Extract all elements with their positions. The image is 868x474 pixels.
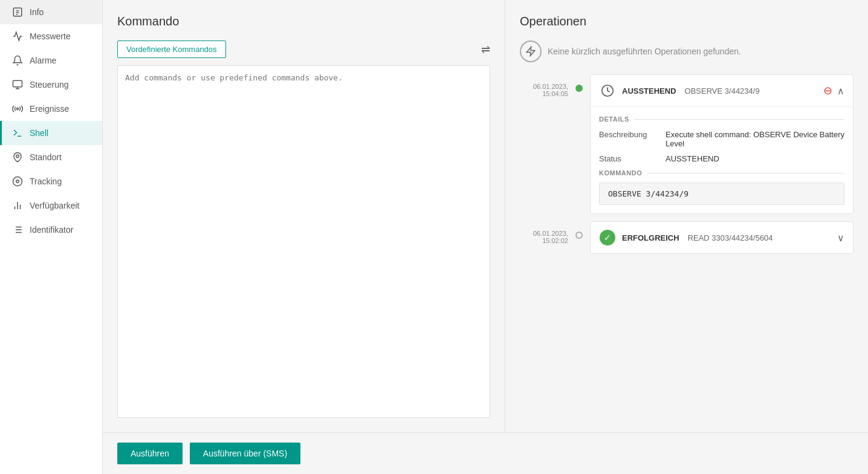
clock-status-icon xyxy=(599,82,616,99)
sidebar-item-label: Identifikator xyxy=(30,225,73,235)
op-card-2: ✓ ERFOLGREICH READ 3303/44234/5604 ∨ xyxy=(590,221,853,254)
sidebar-item-label: Standort xyxy=(30,152,62,162)
sidebar: Info Messwerte Alarme Steuerung Ereignis… xyxy=(0,0,103,474)
detail-key-status: Status xyxy=(599,154,666,163)
success-status-icon: ✓ xyxy=(599,229,616,246)
sidebar-item-label: Ereignisse xyxy=(30,104,69,114)
signal-icon xyxy=(11,103,24,115)
content-area: Kommando Vordefinierte Kommandos ⇌ Opera… xyxy=(103,0,868,432)
timeline-dot-2 xyxy=(575,232,583,239)
kommando-toolbar: Vordefinierte Kommandos ⇌ xyxy=(117,41,490,58)
sidebar-item-steuerung[interactable]: Steuerung xyxy=(0,73,102,97)
sidebar-item-info[interactable]: Info xyxy=(0,0,102,24)
terminal-icon xyxy=(11,127,24,139)
sidebar-item-label: Steuerung xyxy=(30,80,69,89)
command-input[interactable] xyxy=(117,65,490,418)
sidebar-item-standort[interactable]: Standort xyxy=(0,145,102,169)
bell-icon xyxy=(11,54,24,67)
kommando-title: Kommando xyxy=(117,15,490,28)
op-card-header-2[interactable]: ✓ ERFOLGREICH READ 3303/44234/5604 ∨ xyxy=(591,222,853,253)
remove-button-1[interactable]: ⊖ xyxy=(823,84,832,97)
detail-status-row: Status AUSSTEHEND xyxy=(599,154,844,163)
no-results-text: Keine kürzlich ausgeführten Operationen … xyxy=(548,47,741,56)
detail-key-beschreibung: Beschreibung xyxy=(599,130,666,148)
op-card-details-1: DETAILS Beschreibung Execute shell comma… xyxy=(591,106,853,213)
op-card-actions-2: ∨ xyxy=(837,232,844,244)
op-command-2: READ 3303/44234/5604 xyxy=(688,233,773,242)
info-icon xyxy=(11,6,24,18)
kommando-value-box: OBSERVE 3/44234/9 xyxy=(599,183,844,205)
lightning-icon xyxy=(520,41,542,62)
operationen-title: Operationen xyxy=(520,15,853,28)
op-no-results-header: Keine kürzlich ausgeführten Operationen … xyxy=(520,41,853,62)
sidebar-item-label: Shell xyxy=(30,128,48,138)
location-icon xyxy=(11,151,24,163)
svg-point-7 xyxy=(17,108,19,110)
bar-icon xyxy=(11,200,24,212)
sidebar-item-alarme[interactable]: Alarme xyxy=(0,48,102,73)
op-status-2: ERFOLGREICH xyxy=(622,233,679,242)
detail-beschreibung-row: Beschreibung Execute shell command: OBSE… xyxy=(599,130,844,148)
svg-point-10 xyxy=(13,177,22,186)
main-content: Kommando Vordefinierte Kommandos ⇌ Opera… xyxy=(103,0,868,474)
execute-button[interactable]: Ausführen xyxy=(117,443,183,464)
svg-point-9 xyxy=(16,155,19,158)
sidebar-item-label: Verfügbarkeit xyxy=(30,201,80,210)
op-card-header-left-1: AUSSTEHEND OBSERVE 3/44234/9 xyxy=(599,82,760,99)
operationen-panel: Operationen Keine kürzlich ausgeführten … xyxy=(505,0,868,432)
settings-icon xyxy=(11,79,24,91)
op-card-actions-1: ⊖ ∧ xyxy=(823,84,844,97)
id-icon xyxy=(11,224,24,236)
kommando-panel: Kommando Vordefinierte Kommandos ⇌ xyxy=(103,0,505,432)
op-command-1: OBSERVE 3/44234/9 xyxy=(685,86,760,96)
expand-button-2[interactable]: ∨ xyxy=(837,232,844,244)
timeline-time-2: 06.01.2023, 15:02:02 xyxy=(520,221,568,244)
timeline-entry-1: 06.01.2023, 15:04:05 AUSSTEHEND OBSERVE … xyxy=(520,74,853,214)
op-status-1: AUSSTEHEND xyxy=(622,86,676,96)
sidebar-item-shell[interactable]: Shell xyxy=(0,121,102,145)
sidebar-item-identifikator[interactable]: Identifikator xyxy=(0,218,102,242)
collapse-button-1[interactable]: ∧ xyxy=(837,85,844,97)
op-card-1: AUSSTEHEND OBSERVE 3/44234/9 ⊖ ∧ DETAILS xyxy=(590,74,853,214)
sidebar-item-messwerte[interactable]: Messwerte xyxy=(0,24,102,48)
svg-rect-4 xyxy=(13,80,22,87)
sidebar-item-label: Tracking xyxy=(30,177,62,186)
timeline-entry-2: 06.01.2023, 15:02:02 ✓ ERFOLGREICH READ … xyxy=(520,221,853,254)
execute-sms-button[interactable]: Ausführen über (SMS) xyxy=(190,443,300,464)
success-check-icon: ✓ xyxy=(600,230,615,245)
sidebar-item-verfugbarkeit[interactable]: Verfügbarkeit xyxy=(0,193,102,218)
sidebar-item-label: Info xyxy=(30,7,44,17)
chart-icon xyxy=(11,30,24,42)
svg-point-11 xyxy=(16,180,19,183)
reorder-icon[interactable]: ⇌ xyxy=(481,43,490,56)
detail-value-status: AUSSTEHEND xyxy=(666,154,719,163)
detail-value-beschreibung: Execute shell command: OBSERVE Device Ba… xyxy=(666,130,844,148)
sidebar-item-tracking[interactable]: Tracking xyxy=(0,169,102,193)
details-label-1: DETAILS xyxy=(599,115,844,123)
sidebar-item-ereignisse[interactable]: Ereignisse xyxy=(0,97,102,121)
svg-marker-21 xyxy=(526,47,535,56)
op-card-header-left-2: ✓ ERFOLGREICH READ 3303/44234/5604 xyxy=(599,229,773,246)
kommando-section-label: KOMMANDO xyxy=(599,169,844,177)
op-card-header-1[interactable]: AUSSTEHEND OBSERVE 3/44234/9 ⊖ ∧ xyxy=(591,75,853,106)
timeline-time-1: 06.01.2023, 15:04:05 xyxy=(520,74,568,97)
predefined-commands-button[interactable]: Vordefinierte Kommandos xyxy=(117,41,226,58)
sidebar-item-label: Messwerte xyxy=(30,31,71,41)
footer-buttons: Ausführen Ausführen über (SMS) xyxy=(103,432,868,474)
operations-timeline: 06.01.2023, 15:04:05 AUSSTEHEND OBSERVE … xyxy=(520,74,853,261)
sidebar-item-label: Alarme xyxy=(30,56,56,65)
tracking-icon xyxy=(11,175,24,187)
timeline-dot-1 xyxy=(575,85,583,92)
